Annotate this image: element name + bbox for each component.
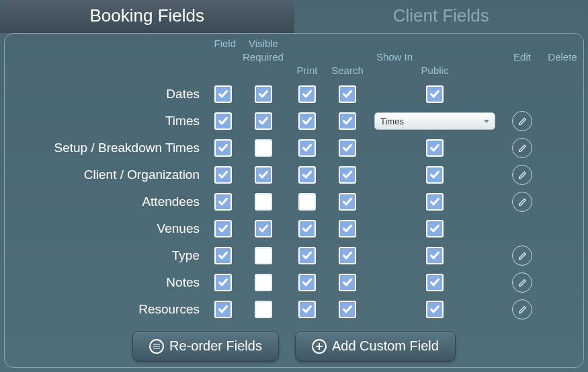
header-print: Print: [287, 65, 327, 81]
header-required: Required: [240, 51, 287, 65]
visible-checkbox[interactable]: [214, 247, 232, 264]
reorder-icon: [149, 339, 164, 354]
add-custom-field-button[interactable]: Add Custom Field: [295, 331, 456, 361]
search-checkbox[interactable]: [339, 166, 356, 184]
dropdown-value: Times: [380, 116, 404, 126]
required-checkbox[interactable]: [255, 220, 272, 237]
add-label: Add Custom Field: [332, 338, 439, 354]
public-checkbox[interactable]: [426, 85, 444, 103]
edit-button[interactable]: [512, 246, 532, 266]
search-checkbox[interactable]: [339, 112, 356, 130]
print-checkbox[interactable]: [298, 220, 316, 237]
required-checkbox[interactable]: [255, 193, 272, 211]
visible-checkbox[interactable]: [214, 139, 232, 157]
required-checkbox[interactable]: [255, 274, 272, 291]
header-showin: Show In: [287, 51, 502, 65]
public-checkbox[interactable]: [426, 274, 444, 291]
print-checkbox[interactable]: [298, 85, 316, 103]
visible-checkbox[interactable]: [214, 301, 232, 318]
plus-icon: [312, 339, 327, 354]
header-field: Field: [206, 38, 240, 51]
fields-panel: Field Visible Required Show In Edit Dele…: [4, 33, 584, 368]
edit-button[interactable]: [512, 138, 532, 158]
field-label: Notes: [11, 269, 206, 296]
print-checkbox[interactable]: [298, 112, 316, 130]
print-checkbox[interactable]: [298, 301, 316, 318]
public-checkbox[interactable]: [426, 139, 444, 157]
edit-button[interactable]: [512, 299, 532, 320]
field-label: Setup / Breakdown Times: [11, 135, 206, 161]
search-checkbox[interactable]: [339, 247, 356, 264]
header-search: Search: [327, 65, 368, 81]
search-checkbox[interactable]: [339, 220, 356, 237]
required-checkbox[interactable]: [255, 247, 272, 264]
public-dropdown[interactable]: Times: [374, 112, 495, 130]
public-checkbox[interactable]: [426, 166, 444, 184]
visible-checkbox[interactable]: [214, 193, 232, 211]
tab-booking-fields[interactable]: Booking Fields: [0, 0, 294, 33]
public-checkbox[interactable]: [426, 193, 444, 211]
edit-button[interactable]: [512, 165, 532, 185]
print-checkbox[interactable]: [298, 193, 316, 211]
footer-buttons: Re-order Fields Add Custom Field: [11, 331, 577, 361]
visible-checkbox[interactable]: [214, 274, 232, 291]
field-label: Times: [11, 108, 206, 135]
field-label: Resources: [11, 296, 206, 323]
required-checkbox[interactable]: [255, 112, 272, 130]
reorder-fields-button[interactable]: Re-order Fields: [132, 331, 279, 361]
edit-button[interactable]: [512, 272, 532, 293]
public-checkbox[interactable]: [426, 247, 444, 264]
search-checkbox[interactable]: [339, 301, 356, 318]
tabs-bar: Booking Fields Client Fields: [0, 0, 588, 33]
edit-button[interactable]: [512, 192, 532, 212]
search-checkbox[interactable]: [339, 85, 356, 103]
required-checkbox[interactable]: [255, 301, 272, 318]
field-label: Venues: [11, 215, 206, 242]
visible-checkbox[interactable]: [214, 220, 232, 237]
print-checkbox[interactable]: [298, 247, 316, 264]
edit-button[interactable]: [512, 111, 532, 131]
field-label: Dates: [11, 81, 206, 108]
search-checkbox[interactable]: [339, 139, 356, 157]
required-checkbox[interactable]: [255, 139, 272, 157]
search-checkbox[interactable]: [339, 193, 356, 211]
public-checkbox[interactable]: [426, 301, 444, 318]
search-checkbox[interactable]: [339, 274, 356, 291]
header-public: Public: [368, 65, 502, 81]
field-label: Type: [11, 242, 206, 269]
field-label: Client / Organization: [11, 161, 206, 188]
required-checkbox[interactable]: [255, 166, 272, 184]
required-checkbox[interactable]: [255, 85, 272, 103]
header-delete: Delete: [542, 51, 583, 65]
tab-client-fields[interactable]: Client Fields: [294, 0, 589, 33]
print-checkbox[interactable]: [298, 274, 316, 291]
chevron-down-icon: [484, 120, 489, 123]
field-label: Attendees: [11, 188, 206, 215]
public-checkbox[interactable]: [426, 220, 444, 237]
header-edit: Edit: [502, 51, 542, 65]
visible-checkbox[interactable]: [214, 85, 232, 103]
visible-checkbox[interactable]: [214, 112, 232, 130]
reorder-label: Re-order Fields: [169, 338, 262, 354]
visible-checkbox[interactable]: [214, 166, 232, 184]
print-checkbox[interactable]: [298, 139, 316, 157]
header-visible: Visible: [240, 38, 287, 51]
print-checkbox[interactable]: [298, 166, 316, 184]
